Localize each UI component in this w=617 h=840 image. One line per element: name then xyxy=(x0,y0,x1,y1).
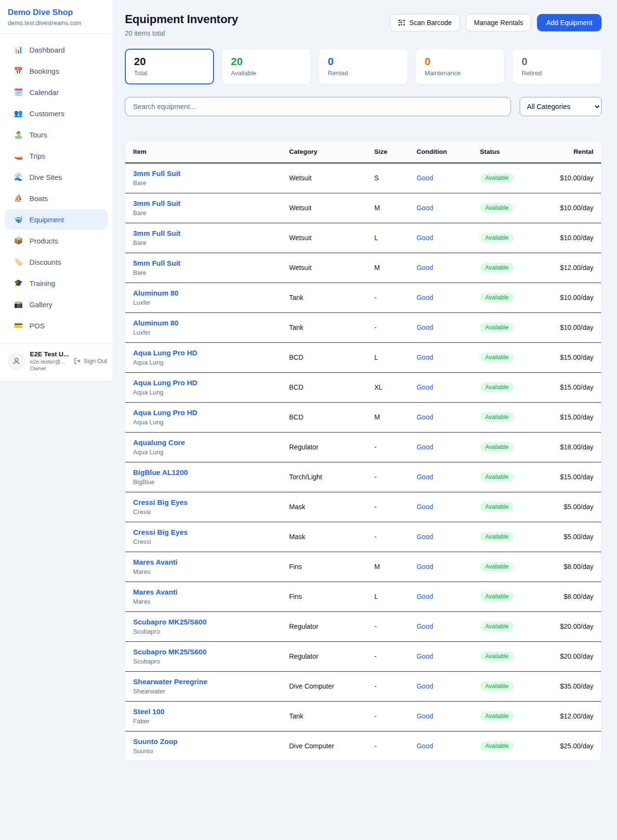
item-name-link[interactable]: Mares Avanti xyxy=(133,558,274,566)
condition-link[interactable]: Good xyxy=(416,413,433,421)
brand-block: Demo Dive Shop demo.test.divestreams.com xyxy=(0,0,113,33)
condition-link[interactable]: Good xyxy=(416,443,433,451)
sidebar-item-pos[interactable]: 💳 POS xyxy=(5,315,108,336)
table-row[interactable]: Scubapro MK25/S600 Scubapro Regulator - … xyxy=(125,611,601,641)
table-row[interactable]: Mares Avanti Mares Fins L Good Available… xyxy=(125,582,601,611)
table-row[interactable]: BigBlue AL1200 BigBlue Torch/Light - Goo… xyxy=(125,462,601,492)
sidebar-item-calendar[interactable]: 🗓️ Calendar xyxy=(5,82,108,102)
table-row[interactable]: Suunto Zoop Suunto Dive Computer - Good … xyxy=(125,731,601,761)
condition-link[interactable]: Good xyxy=(416,174,433,182)
item-name-link[interactable]: Steel 100 xyxy=(133,707,274,716)
condition-link[interactable]: Good xyxy=(416,234,433,242)
item-name-link[interactable]: Aqua Lung Pro HD xyxy=(133,379,274,387)
table-row[interactable]: 3mm Full Suit Bare Wetsuit L Good Availa… xyxy=(125,223,601,253)
item-category: BCD xyxy=(282,342,367,372)
item-name-link[interactable]: Aqua Lung Pro HD xyxy=(133,408,274,417)
item-name-link[interactable]: 3mm Full Suit xyxy=(133,199,274,207)
table-row[interactable]: Aqua Lung Pro HD Aqua Lung BCD L Good Av… xyxy=(125,342,601,372)
table-row[interactable]: Aqua Lung Pro HD Aqua Lung BCD XL Good A… xyxy=(125,372,601,402)
condition-link[interactable]: Good xyxy=(416,503,433,511)
item-brand: Scubapro xyxy=(133,658,274,665)
table-row[interactable]: Scubapro MK25/S600 Scubapro Regulator - … xyxy=(125,641,601,671)
table-row[interactable]: Cressi Big Eyes Cressi Mask - Good Avail… xyxy=(125,522,601,552)
item-name-link[interactable]: Cressi Big Eyes xyxy=(133,498,274,506)
condition-link[interactable]: Good xyxy=(416,652,433,660)
table-row[interactable]: Shearwater Peregrine Shearwater Dive Com… xyxy=(125,671,601,701)
status-badge: Available xyxy=(480,711,514,721)
item-name-link[interactable]: Aluminum 80 xyxy=(133,289,274,297)
condition-link[interactable]: Good xyxy=(416,623,433,630)
column-header-rental: Rental xyxy=(540,141,601,163)
add-equipment-button[interactable]: Add Equipment xyxy=(537,14,602,31)
table-row[interactable]: 5mm Full Suit Bare Wetsuit M Good Availa… xyxy=(125,253,601,283)
stat-card-available[interactable]: 20 Available xyxy=(222,49,311,84)
search-input[interactable] xyxy=(125,97,511,116)
sidebar-item-bookings[interactable]: 📅 Bookings xyxy=(5,61,108,81)
stat-card-total[interactable]: 20 Total xyxy=(125,49,214,84)
item-name-link[interactable]: 3mm Full Suit xyxy=(133,169,274,177)
table-row[interactable]: Aqualung Core Aqua Lung Regulator - Good… xyxy=(125,432,601,462)
item-name-link[interactable]: Scubapro MK25/S600 xyxy=(133,618,274,626)
condition-link[interactable]: Good xyxy=(416,682,433,690)
condition-link[interactable]: Good xyxy=(416,264,433,271)
sidebar-item-gallery[interactable]: 📸 Gallery xyxy=(5,294,108,314)
sidebar-item-tours[interactable]: 🏝️ Tours xyxy=(5,124,108,145)
camera-icon: 📸 xyxy=(13,300,23,309)
sidebar-item-discounts[interactable]: 🏷️ Discounts xyxy=(5,252,108,272)
scan-barcode-button[interactable]: Scan Barcode xyxy=(390,14,460,31)
sidebar-item-dive-sites[interactable]: 🌊 Dive Sites xyxy=(5,167,108,187)
item-size: - xyxy=(366,462,409,492)
stat-card-rented[interactable]: 0 Rented xyxy=(319,49,408,84)
sidebar-item-trips[interactable]: 🚤 Trips xyxy=(5,146,108,166)
item-brand: Suunto xyxy=(133,747,274,755)
item-category: Wetsuit xyxy=(282,193,367,223)
condition-link[interactable]: Good xyxy=(416,294,433,301)
condition-link[interactable]: Good xyxy=(416,563,433,570)
condition-link[interactable]: Good xyxy=(416,742,433,750)
sidebar-item-equipment[interactable]: 🤿 Equipment xyxy=(5,209,108,230)
condition-link[interactable]: Good xyxy=(416,204,433,212)
item-name-link[interactable]: Aqua Lung Pro HD xyxy=(133,349,274,357)
item-name-link[interactable]: 5mm Full Suit xyxy=(133,259,274,267)
condition-link[interactable]: Good xyxy=(416,533,433,541)
item-name-link[interactable]: Aqualung Core xyxy=(133,438,274,447)
category-filter-select[interactable]: All Categories xyxy=(520,97,602,116)
manage-rentals-button[interactable]: Manage Rentals xyxy=(466,14,531,31)
stat-card-maintenance[interactable]: 0 Maintenance xyxy=(416,49,505,84)
status-badge: Available xyxy=(480,263,514,272)
condition-link[interactable]: Good xyxy=(416,593,433,600)
table-row[interactable]: Aqua Lung Pro HD Aqua Lung BCD M Good Av… xyxy=(125,402,601,432)
table-row[interactable]: Aluminum 80 Luxfer Tank - Good Available… xyxy=(125,283,601,312)
sidebar-item-boats[interactable]: ⛵ Boats xyxy=(5,188,108,208)
item-name-link[interactable]: BigBlue AL1200 xyxy=(133,468,274,476)
condition-link[interactable]: Good xyxy=(416,473,433,481)
table-row[interactable]: 3mm Full Suit Bare Wetsuit S Good Availa… xyxy=(125,163,601,193)
stat-card-retired[interactable]: 0 Retired xyxy=(512,49,602,84)
sidebar-item-products[interactable]: 📦 Products xyxy=(5,230,108,251)
sidebar-item-training[interactable]: 🎓 Training xyxy=(5,273,108,293)
sign-out-button[interactable]: Sign Out xyxy=(74,357,107,365)
condition-link[interactable]: Good xyxy=(416,324,433,331)
item-name-link[interactable]: Mares Avanti xyxy=(133,588,274,596)
item-name-link[interactable]: Cressi Big Eyes xyxy=(133,528,274,536)
item-name-link[interactable]: 3mm Full Suit xyxy=(133,229,274,237)
rental-price: $10.00/day xyxy=(540,163,601,193)
item-name-link[interactable]: Suunto Zoop xyxy=(133,737,274,745)
item-size: M xyxy=(366,253,409,283)
brand-title[interactable]: Demo Dive Shop xyxy=(8,8,105,17)
table-row[interactable]: Steel 100 Faber Tank - Good Available $1… xyxy=(125,701,601,731)
item-name-link[interactable]: Shearwater Peregrine xyxy=(133,677,274,686)
item-size: - xyxy=(366,671,409,701)
item-name-link[interactable]: Aluminum 80 xyxy=(133,319,274,327)
table-row[interactable]: 3mm Full Suit Bare Wetsuit M Good Availa… xyxy=(125,193,601,223)
column-header-category: Category xyxy=(282,141,367,163)
condition-link[interactable]: Good xyxy=(416,712,433,720)
condition-link[interactable]: Good xyxy=(416,353,433,361)
table-row[interactable]: Mares Avanti Mares Fins M Good Available… xyxy=(125,552,601,582)
condition-link[interactable]: Good xyxy=(416,383,433,391)
table-row[interactable]: Cressi Big Eyes Cressi Mask - Good Avail… xyxy=(125,492,601,522)
table-row[interactable]: Aluminum 80 Luxfer Tank - Good Available… xyxy=(125,312,601,342)
item-name-link[interactable]: Scubapro MK25/S600 xyxy=(133,648,274,656)
sidebar-item-dashboard[interactable]: 📊 Dashboard xyxy=(5,40,108,60)
sidebar-item-customers[interactable]: 👥 Customers xyxy=(5,103,108,123)
